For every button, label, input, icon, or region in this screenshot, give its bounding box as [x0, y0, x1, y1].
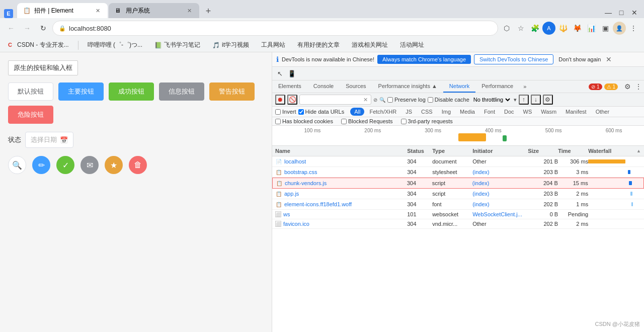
extension2-button[interactable]: 🦊: [571, 22, 584, 35]
import-icon[interactable]: ↑: [519, 95, 529, 105]
throttle-select[interactable]: No throttling: [471, 96, 512, 103]
preserve-log-checkbox[interactable]: Preserve log: [387, 97, 426, 103]
refresh-button[interactable]: ↻: [36, 21, 50, 35]
bookmark-activity[interactable]: 活动网址: [396, 40, 428, 50]
table-row[interactable]: 📋 bootstrap.css 304 stylesheet (index) 2…: [272, 167, 644, 178]
filter-tab-fetch[interactable]: Fetch/XHR: [365, 108, 400, 116]
filter-tab-media[interactable]: Media: [456, 108, 479, 116]
invert-checkbox[interactable]: Invert: [275, 109, 296, 115]
blocked-cookies-check[interactable]: [275, 119, 281, 124]
network-search-input[interactable]: [303, 97, 363, 103]
bookmark-feishu[interactable]: 📗 飞书学习笔记: [150, 40, 204, 50]
btn-primary[interactable]: 主要按钮: [58, 82, 104, 101]
table-row[interactable]: 📋 app.js 304 script (index) 203 B 2 ms: [272, 189, 644, 199]
col-time-header[interactable]: Time: [558, 148, 588, 154]
extension3-button[interactable]: 📊: [585, 22, 598, 35]
cast-button[interactable]: ⬡: [500, 22, 513, 35]
filter-tab-all[interactable]: All: [350, 108, 364, 116]
third-party-checkbox[interactable]: 3rd-party requests: [401, 118, 453, 124]
notification-close-button[interactable]: ✕: [606, 55, 612, 63]
avatar-button[interactable]: 👤: [613, 22, 626, 35]
col-waterfall-header[interactable]: Waterfall ▲: [588, 148, 641, 154]
bookmark-video[interactable]: 🎵 it学习视频: [208, 40, 253, 50]
blocked-requests-check[interactable]: [341, 119, 347, 124]
filter-tab-doc[interactable]: Doc: [500, 108, 518, 116]
throttle-arrow[interactable]: ▾: [514, 97, 517, 103]
hide-data-urls-check[interactable]: [298, 109, 304, 115]
bookmark-bilibili[interactable]: 哔哩哔哩 (゜-゜)つ...: [84, 40, 146, 50]
btn-default[interactable]: 默认按钮: [8, 82, 53, 101]
forward-button[interactable]: →: [20, 21, 34, 35]
rb-search[interactable]: 🔍: [8, 156, 26, 174]
filter-tab-other[interactable]: Other: [592, 108, 614, 116]
tab-inactive[interactable]: 🖥 用户系统 ✕: [109, 3, 199, 18]
extension1-button[interactable]: 🔱: [556, 22, 570, 35]
col-status-header[interactable]: Status: [407, 148, 432, 154]
address-input-wrapper[interactable]: 🔒 localhost:8080: [52, 21, 498, 36]
rb-delete[interactable]: 🗑: [129, 156, 147, 174]
tab-network[interactable]: Network: [443, 80, 475, 93]
minimize-button[interactable]: —: [603, 7, 614, 18]
settings-icon[interactable]: ⚙: [543, 95, 553, 105]
filter-tab-manifest[interactable]: Manifest: [561, 108, 591, 116]
filter-tab-css[interactable]: CSS: [417, 108, 437, 116]
new-tab-button[interactable]: +: [201, 4, 215, 18]
bookmark-games[interactable]: 游戏相关网址: [348, 40, 392, 50]
table-row[interactable]: ⬜ ws 101 websocket WebSocketClient.j... …: [272, 210, 644, 219]
rb-message[interactable]: ✉: [80, 156, 99, 174]
tab-close-2[interactable]: ✕: [185, 7, 193, 15]
maximize-button[interactable]: □: [616, 7, 627, 18]
table-row[interactable]: 📋 element-icons.ff18efd1.woff 304 font (…: [272, 199, 644, 210]
filter-tab-img[interactable]: Img: [438, 108, 455, 116]
btn-success[interactable]: 成功按钮: [109, 82, 154, 101]
blocked-cookies-checkbox[interactable]: Has blocked cookies: [275, 118, 333, 124]
extension4-button[interactable]: ▣: [599, 22, 612, 35]
bookmark-tools[interactable]: 工具网站: [257, 40, 289, 50]
filter-tab-wasm[interactable]: Wasm: [537, 108, 560, 116]
close-button[interactable]: ✕: [629, 7, 640, 18]
btn-info[interactable]: 信息按钮: [159, 82, 204, 101]
col-name-header[interactable]: Name: [275, 148, 407, 154]
col-initiator-header[interactable]: Initiator: [472, 148, 528, 154]
export-icon[interactable]: ↓: [531, 95, 541, 105]
dont-show-again-link[interactable]: Don't show again: [558, 56, 601, 62]
clear-button[interactable]: 🚫: [287, 95, 297, 105]
menu-button[interactable]: ⋮: [627, 22, 640, 35]
search-clear-icon[interactable]: ✕: [363, 97, 368, 103]
date-input[interactable]: 选择日期 📅: [25, 132, 73, 148]
btn-danger[interactable]: 危险按钮: [8, 106, 53, 124]
profile-button[interactable]: A: [542, 22, 555, 35]
inspect-element-button[interactable]: ↖: [274, 68, 285, 79]
tab-console[interactable]: Console: [307, 80, 340, 93]
extensions-button[interactable]: 🧩: [528, 22, 541, 35]
table-row[interactable]: 📄 localhost 304 document Other 201 B 306…: [272, 156, 644, 167]
third-party-check[interactable]: [401, 119, 407, 124]
tab-close-1[interactable]: ✕: [94, 7, 102, 15]
devtools-more-button[interactable]: ⋮: [633, 81, 644, 92]
tab-performance[interactable]: Performance: [475, 80, 519, 93]
tab-elements[interactable]: Elements: [272, 80, 307, 93]
device-mode-button[interactable]: 📱: [286, 68, 297, 79]
rb-star[interactable]: ★: [105, 156, 123, 174]
switch-devtools-button[interactable]: Switch DevTools to Chinese: [474, 54, 553, 64]
record-button[interactable]: ⏺: [275, 95, 285, 105]
rb-success[interactable]: ✓: [56, 156, 74, 174]
col-size-header[interactable]: Size: [528, 148, 558, 154]
rb-edit[interactable]: ✏: [32, 156, 50, 174]
bookmark-button[interactable]: ☆: [514, 22, 527, 35]
hide-data-urls-checkbox[interactable]: Hide data URLs: [298, 109, 345, 115]
back-button[interactable]: ←: [4, 21, 18, 35]
disable-cache-checkbox[interactable]: Disable cache: [428, 97, 469, 103]
invert-check[interactable]: [275, 109, 281, 115]
network-search-bar[interactable]: ✕: [299, 95, 371, 105]
tab-performance-insights[interactable]: Performance insights ▲: [372, 80, 443, 93]
tab-sources[interactable]: Sources: [340, 80, 372, 93]
filter-tab-ws[interactable]: WS: [519, 108, 536, 116]
col-type-header[interactable]: Type: [432, 148, 472, 154]
bookmark-articles[interactable]: 有用好便的文章: [293, 40, 344, 50]
filter-tab-font[interactable]: Font: [480, 108, 499, 116]
table-row[interactable]: 📋 chunk-vendors.js 304 script (index) 20…: [272, 178, 644, 189]
devtools-settings-button[interactable]: ⚙: [622, 81, 633, 92]
table-row[interactable]: ⬜ favicon.ico 304 vnd.micr... Other 202 …: [272, 219, 644, 229]
tab-more-button[interactable]: »: [519, 81, 530, 92]
